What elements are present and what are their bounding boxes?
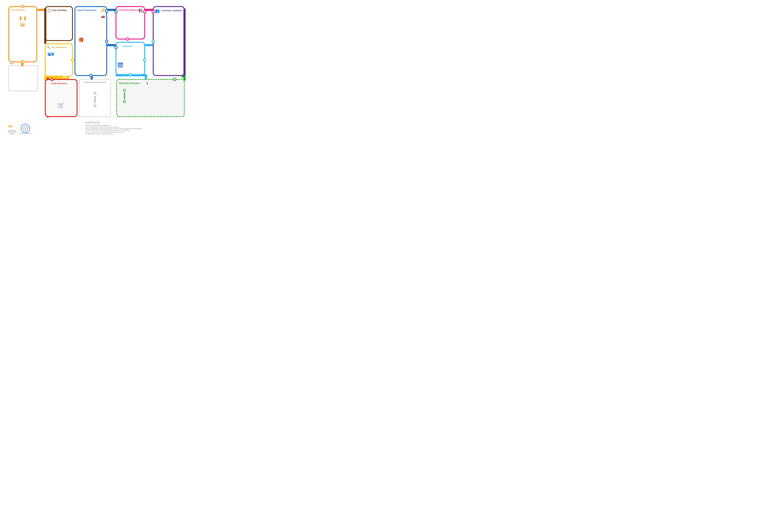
key-resources-section: 🔧 Key Resources 🚰🪣 xyxy=(45,43,73,77)
canvas: Key Partners ⬆⬇🏛 📋 Key Activities 🔧 Key … xyxy=(0,0,195,136)
license-icons: cc by nc nd sa xyxy=(85,121,142,124)
customer-relationship-section: Customer Relationship 👫 xyxy=(116,6,145,39)
vp-car-icon: 🚗 xyxy=(101,14,105,18)
license-line5: To view a copy of this license, visit : … xyxy=(85,131,142,133)
key-partners-title: Key Partners xyxy=(11,9,25,11)
rs-down-arrow: ⬇ xyxy=(146,82,149,85)
footer: iIG INNOVATION INTELLIGENCE GROUP 🔑 THE … xyxy=(8,123,31,135)
rs-connector-knob xyxy=(173,78,176,81)
cost-structure-section: Cost Structure 🛒 xyxy=(45,79,77,117)
license-line6: Also available under pdf format at: www.… xyxy=(85,133,142,135)
key-activities-section: 📋 Key Activities xyxy=(45,6,73,41)
value-proposition-section: Value Proposition 🔑 🚗 🎁 xyxy=(74,6,107,76)
cc-by-icon: by xyxy=(88,121,91,124)
key-activities-title: Key Activities xyxy=(52,9,67,11)
svg-rect-16 xyxy=(145,74,147,79)
revenue-streams-section: Revenue Streams ⬇ xyxy=(116,79,185,117)
cost-structure-icon: 🛒 xyxy=(58,102,65,108)
svg-rect-11 xyxy=(183,75,186,78)
cost-structure-title: Cost Structure xyxy=(51,82,67,85)
tm-text: THE IDEA MONOPOLY® xyxy=(20,133,31,134)
iig-text: INNOVATION INTELLIGENCE GROUP xyxy=(8,130,17,135)
svg-rect-2 xyxy=(44,42,46,44)
cc-sa-icon: sa xyxy=(97,121,100,124)
svg-rect-14 xyxy=(107,44,116,46)
license-line4: This work is licensed under a Creative C… xyxy=(85,129,142,131)
customer-segment-title: Customer Segment xyxy=(161,9,182,12)
channels-icon: 🛗 xyxy=(118,63,123,68)
key-resources-icon: 🔧 xyxy=(47,46,51,49)
cc-nd-icon: nd xyxy=(94,121,97,124)
vp-gift-icon: 🎁 xyxy=(78,37,84,42)
key-resources-sub-icon: 🚰🪣 xyxy=(48,53,54,56)
channels-title: Channels xyxy=(122,45,132,47)
key-partners-icon: ⬆⬇🏛 xyxy=(18,15,27,28)
license-line1: Designed by Elena Balakhnova (www.IIGglo… xyxy=(85,124,142,126)
license-line3: Based on an original design by Business … xyxy=(85,128,142,129)
license-footer: cc by nc nd sa Designed by Elena Balakhn… xyxy=(85,121,142,135)
brief-section: Brief xyxy=(8,65,38,91)
vp-key-icon: 🔑 xyxy=(101,9,105,13)
cs-icon: 👥 xyxy=(155,9,160,13)
key-partners-section: Key Partners ⬆⬇🏛 xyxy=(8,6,37,62)
svg-rect-20 xyxy=(183,75,186,80)
license-line2: Colours and adaptation by The Idea Monop… xyxy=(85,126,142,128)
tm-svg-icon: 🔑 xyxy=(23,126,28,131)
key-resources-title: Key Resources xyxy=(52,46,67,48)
svg-text:iIG: iIG xyxy=(8,124,13,128)
cc-nc-icon: nc xyxy=(91,121,94,124)
svg-text:🔑: 🔑 xyxy=(24,127,27,130)
idea-monopoly-logo: 🔑 THE IDEA MONOPOLY® xyxy=(20,124,31,134)
value-proposition-title: Value Proposition xyxy=(77,9,97,11)
customer-segment-section: 👥 Customer Segment xyxy=(153,6,185,76)
iig-svg-icon: iIG xyxy=(8,123,16,129)
cc-icon: cc xyxy=(85,121,87,124)
iig-icon: iIG xyxy=(8,123,16,130)
vp-summary-title: Value Proposition Summary xyxy=(84,81,106,83)
svg-rect-0 xyxy=(37,9,45,11)
svg-rect-15 xyxy=(145,44,153,46)
channels-section: Channels 🛗 xyxy=(116,42,145,75)
revenue-streams-title: Revenue Streams xyxy=(119,82,140,85)
iig-logo: iIG INNOVATION INTELLIGENCE GROUP xyxy=(8,123,17,135)
brief-title: Brief xyxy=(10,63,14,65)
vp-summary-section: Value Proposition Summary xyxy=(79,79,111,117)
tm-circle-icon: 🔑 xyxy=(21,124,30,133)
key-activities-icon: 📋 xyxy=(47,9,51,13)
cr-icon: 👫 xyxy=(138,9,143,13)
